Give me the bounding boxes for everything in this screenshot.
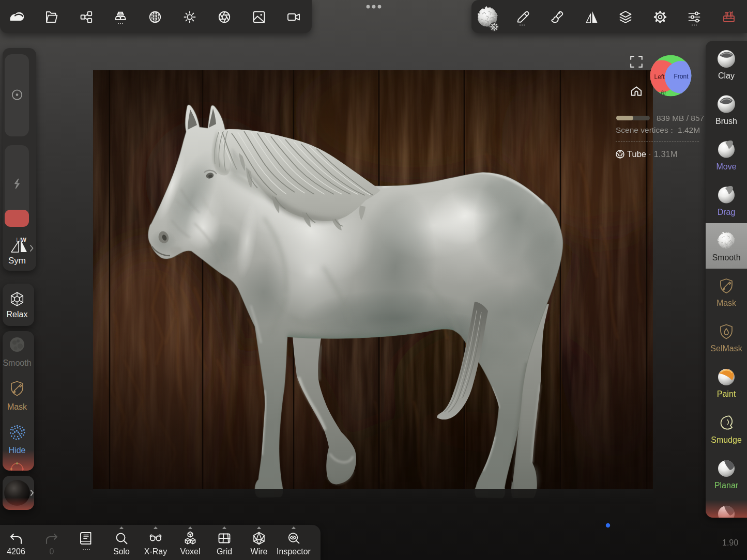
svg-text:Left: Left: [654, 73, 665, 81]
svg-text:Front: Front: [674, 73, 689, 80]
